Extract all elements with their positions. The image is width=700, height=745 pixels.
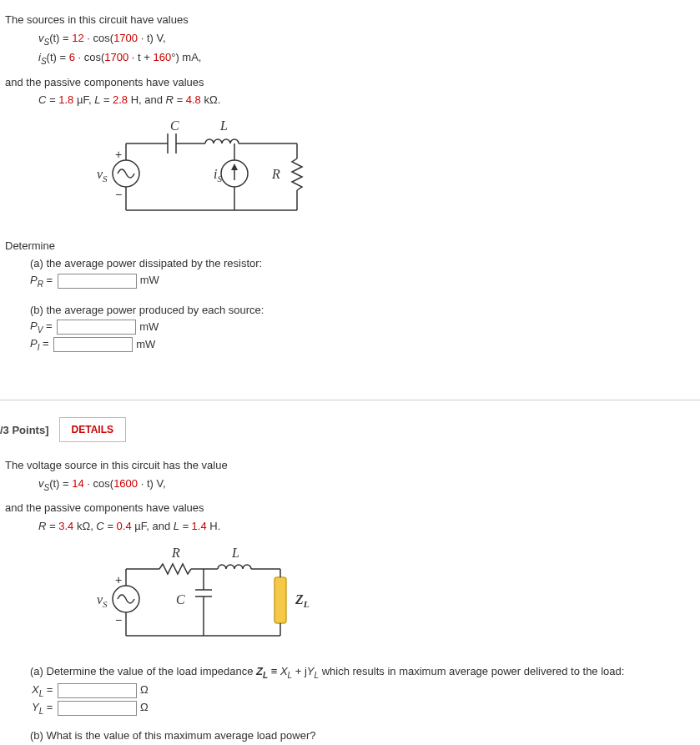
separator xyxy=(0,400,700,400)
vs-omega: 1700 xyxy=(113,32,138,44)
eq2: = xyxy=(43,320,55,333)
eq: = xyxy=(43,274,56,286)
q1-passives-intro: and the passive components have values xyxy=(5,74,695,91)
label-L: L xyxy=(219,118,228,133)
vs-mid: · cos( xyxy=(84,32,113,44)
L-label: L = xyxy=(94,93,113,106)
q2-L-val: 1.4 xyxy=(192,520,207,532)
PR-input[interactable] xyxy=(58,274,137,289)
is-omega: 1700 xyxy=(104,51,128,63)
q2-vs-mid: · cos( xyxy=(84,477,113,490)
points-label: /3 Points] xyxy=(0,424,49,436)
is-arg-tail: · t + xyxy=(128,51,153,63)
q2-a-post: which results in maximum average power d… xyxy=(319,665,624,677)
q2-label-C: C xyxy=(176,592,185,607)
is-eq: (t) = xyxy=(47,51,69,63)
YL-unit: Ω xyxy=(140,701,149,713)
R-label: R = xyxy=(166,93,186,106)
question-1: The sources in this circuit have values … xyxy=(0,12,700,370)
q2-intro: The voltage source in this circuit has t… xyxy=(5,457,695,474)
circuit-diagram-1: C L + − vS iS R xyxy=(80,118,695,229)
q2-C-val: 0.4 xyxy=(117,520,132,532)
R-unit: kΩ. xyxy=(201,93,220,106)
ZL-sym: Z xyxy=(256,665,263,677)
YL-sym2: Y xyxy=(32,701,39,713)
q2-xl-row: XL = Ω xyxy=(32,683,695,698)
determine-label: Determine xyxy=(5,238,695,254)
label-vs: vS xyxy=(97,167,108,184)
q2-vs-equation: vS(t) = 14 · cos(1600 · t) V, xyxy=(5,476,695,494)
q1-is-equation: iS(t) = 6 · cos(1700 · t + 160°) mA, xyxy=(5,49,695,68)
circuit-diagram-2: R L C + − vS ZL xyxy=(80,544,695,655)
q2-R-unit: kΩ, xyxy=(73,520,96,532)
question-2: The voltage source in this circuit has t… xyxy=(0,457,700,745)
q2-vs-omega: 1600 xyxy=(113,477,138,490)
points-row: /3 Points] DETAILS xyxy=(0,417,700,442)
q2-vs-plus: + xyxy=(115,573,122,586)
XL-sym: X xyxy=(280,665,288,677)
XL-sym2: X xyxy=(32,683,39,696)
q2-C-unit: µF, and xyxy=(132,520,174,532)
PR-sym: P xyxy=(30,274,38,286)
PV-input[interactable] xyxy=(57,320,136,335)
q2-vs-minus: − xyxy=(115,613,122,627)
label-R: R xyxy=(271,167,280,181)
PV-sym: P xyxy=(30,320,38,333)
label-C: C xyxy=(170,118,179,133)
q1-part-a: (a) the average power dissipated by the … xyxy=(5,255,695,272)
XL-unit: Ω xyxy=(140,683,149,696)
PI-unit: mW xyxy=(136,338,155,350)
q2-label-L: L xyxy=(231,546,239,560)
vs-minus: − xyxy=(115,188,122,201)
q1-pr-row: PR = mW xyxy=(30,274,695,289)
q2-vs-eq: (t) = xyxy=(49,477,72,490)
C-val: 1.8 xyxy=(58,93,73,106)
PI-input[interactable] xyxy=(53,337,133,352)
q1-passives-values: C = 1.8 µF, L = 2.8 H, and R = 4.8 kΩ. xyxy=(5,92,695,108)
vs-coeff: 12 xyxy=(72,32,83,44)
is-phase: 160 xyxy=(153,51,171,63)
PI-sym: P xyxy=(30,338,38,350)
eq3: = xyxy=(39,338,52,350)
PV-unit: mW xyxy=(139,320,159,333)
YL-input[interactable] xyxy=(58,701,137,716)
equiv: ≡ xyxy=(268,665,280,677)
is-tail: °) mA, xyxy=(171,51,201,63)
q2-R-label: R = xyxy=(38,520,58,532)
vs-eq: (t) = xyxy=(49,32,72,44)
q1-part-b: (b) the average power produced by each s… xyxy=(5,302,695,319)
plusj: + j xyxy=(292,665,307,677)
PR-sub: R xyxy=(38,279,43,289)
q2-label-ZL: ZL xyxy=(295,592,310,609)
XL-input[interactable] xyxy=(58,683,137,698)
q2-label-R: R xyxy=(171,546,180,560)
q2-L-label: L = xyxy=(174,520,192,532)
q1-pv-row: PV = mW xyxy=(30,320,695,335)
q2-R-val: 3.4 xyxy=(58,520,73,532)
R-val: 4.8 xyxy=(186,93,201,106)
YL-sym: Y xyxy=(307,665,315,677)
PR-unit: mW xyxy=(140,274,159,286)
q2-vs-tail: · t) V, xyxy=(138,477,165,490)
q1-pi-row: PI = mW xyxy=(30,337,695,352)
vs-plus: + xyxy=(115,148,122,161)
details-button[interactable]: DETAILS xyxy=(59,417,126,442)
q2-C-label: C = xyxy=(96,520,116,532)
q2-part-a: (a) Determine the value of the load impe… xyxy=(5,663,695,682)
L-unit: H, and xyxy=(128,93,166,106)
label-is: iS xyxy=(214,167,222,184)
L-val: 2.8 xyxy=(113,93,128,106)
C-unit: µF, xyxy=(73,93,94,106)
q2-passives-values: R = 3.4 kΩ, C = 0.4 µF, and L = 1.4 H. xyxy=(5,518,695,535)
q2-part-b: (b) What is the value of this maximum av… xyxy=(5,727,695,744)
q2-passives-intro: and the passive components have values xyxy=(5,500,695,516)
q2-L-unit: H. xyxy=(207,520,221,532)
svg-marker-11 xyxy=(231,164,238,170)
q1-intro: The sources in this circuit have values xyxy=(5,12,695,28)
q2-yl-row: YL = Ω xyxy=(32,701,695,716)
vs-tail: · t) V, xyxy=(138,32,165,44)
q1-vs-equation: vS(t) = 12 · cos(1700 · t) V, xyxy=(5,30,695,48)
is-coeff: 6 xyxy=(69,51,75,63)
q2-a-pre: (a) Determine the value of the load impe… xyxy=(30,665,256,677)
is-sub: S xyxy=(41,57,47,66)
